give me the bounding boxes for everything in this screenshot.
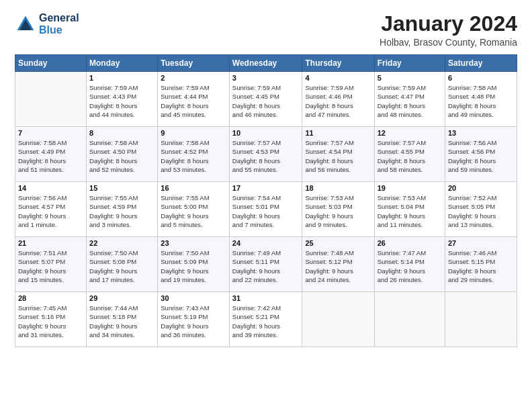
day-number: 23 — [161, 239, 226, 247]
day-number: 2 — [161, 74, 226, 82]
calendar-cell: 19Sunrise: 7:53 AM Sunset: 5:04 PM Dayli… — [374, 182, 445, 237]
logo-text: General Blue — [39, 12, 79, 36]
calendar-cell: 23Sunrise: 7:50 AM Sunset: 5:09 PM Dayli… — [158, 237, 230, 292]
logo: General Blue — [15, 12, 79, 36]
week-row-5: 28Sunrise: 7:45 AM Sunset: 5:16 PM Dayli… — [15, 292, 517, 347]
day-info: Sunrise: 7:58 AM Sunset: 4:48 PM Dayligh… — [448, 83, 514, 119]
calendar-cell: 18Sunrise: 7:53 AM Sunset: 5:03 PM Dayli… — [302, 182, 374, 237]
day-info: Sunrise: 7:56 AM Sunset: 4:56 PM Dayligh… — [448, 138, 514, 174]
day-number: 8 — [89, 129, 154, 137]
day-number: 5 — [378, 74, 442, 82]
day-number: 28 — [18, 294, 83, 302]
day-number: 15 — [89, 184, 154, 192]
day-number: 6 — [448, 74, 514, 82]
calendar-cell: 21Sunrise: 7:51 AM Sunset: 5:07 PM Dayli… — [15, 237, 87, 292]
page: General Blue January 2024 Holbav, Brasov… — [0, 0, 532, 411]
day-number: 19 — [378, 184, 442, 192]
day-info: Sunrise: 7:50 AM Sunset: 5:08 PM Dayligh… — [89, 248, 154, 284]
calendar-cell: 13Sunrise: 7:56 AM Sunset: 4:56 PM Dayli… — [445, 127, 517, 182]
day-number: 11 — [305, 129, 371, 137]
day-info: Sunrise: 7:43 AM Sunset: 5:19 PM Dayligh… — [161, 304, 226, 339]
weekday-header-monday: Monday — [87, 55, 158, 72]
day-number: 30 — [161, 294, 226, 302]
day-info: Sunrise: 7:58 AM Sunset: 4:49 PM Dayligh… — [18, 138, 83, 174]
calendar-cell: 20Sunrise: 7:52 AM Sunset: 5:05 PM Dayli… — [445, 182, 517, 237]
day-info: Sunrise: 7:52 AM Sunset: 5:05 PM Dayligh… — [448, 193, 514, 229]
location: Holbav, Brasov County, Romania — [380, 37, 517, 48]
calendar-cell: 11Sunrise: 7:57 AM Sunset: 4:54 PM Dayli… — [302, 127, 374, 182]
day-info: Sunrise: 7:59 AM Sunset: 4:43 PM Dayligh… — [89, 83, 154, 119]
title-area: January 2024 Holbav, Brasov County, Roma… — [380, 12, 517, 48]
day-number: 17 — [232, 184, 300, 192]
day-number: 21 — [18, 239, 83, 247]
day-info: Sunrise: 7:53 AM Sunset: 5:04 PM Dayligh… — [378, 193, 442, 229]
calendar-cell — [445, 292, 517, 347]
day-number: 26 — [378, 239, 442, 247]
day-number: 12 — [378, 129, 442, 137]
day-info: Sunrise: 7:45 AM Sunset: 5:16 PM Dayligh… — [18, 304, 83, 339]
day-info: Sunrise: 7:54 AM Sunset: 5:01 PM Dayligh… — [232, 193, 300, 229]
day-number: 18 — [305, 184, 371, 192]
calendar-cell — [374, 292, 445, 347]
day-number: 31 — [232, 294, 300, 302]
calendar-cell: 9Sunrise: 7:58 AM Sunset: 4:52 PM Daylig… — [158, 127, 230, 182]
day-info: Sunrise: 7:51 AM Sunset: 5:07 PM Dayligh… — [18, 248, 83, 284]
day-info: Sunrise: 7:59 AM Sunset: 4:46 PM Dayligh… — [305, 83, 371, 119]
weekday-header-friday: Friday — [374, 55, 445, 72]
day-info: Sunrise: 7:58 AM Sunset: 4:52 PM Dayligh… — [161, 138, 226, 174]
day-number: 29 — [89, 294, 154, 302]
day-info: Sunrise: 7:56 AM Sunset: 4:57 PM Dayligh… — [18, 193, 83, 229]
calendar-cell: 10Sunrise: 7:57 AM Sunset: 4:53 PM Dayli… — [229, 127, 302, 182]
day-info: Sunrise: 7:55 AM Sunset: 4:59 PM Dayligh… — [89, 193, 154, 229]
header: General Blue January 2024 Holbav, Brasov… — [15, 12, 517, 48]
week-row-2: 7Sunrise: 7:58 AM Sunset: 4:49 PM Daylig… — [15, 127, 517, 182]
weekday-header-row: SundayMondayTuesdayWednesdayThursdayFrid… — [15, 55, 517, 72]
day-info: Sunrise: 7:55 AM Sunset: 5:00 PM Dayligh… — [161, 193, 226, 229]
day-number: 27 — [448, 239, 514, 247]
day-info: Sunrise: 7:48 AM Sunset: 5:12 PM Dayligh… — [305, 248, 371, 284]
calendar-cell: 7Sunrise: 7:58 AM Sunset: 4:49 PM Daylig… — [15, 127, 87, 182]
calendar-cell: 28Sunrise: 7:45 AM Sunset: 5:16 PM Dayli… — [15, 292, 87, 347]
day-number: 22 — [89, 239, 154, 247]
calendar-cell — [15, 72, 87, 127]
day-number: 16 — [161, 184, 226, 192]
day-number: 24 — [232, 239, 300, 247]
day-number: 3 — [232, 74, 300, 82]
calendar-cell: 2Sunrise: 7:59 AM Sunset: 4:44 PM Daylig… — [158, 72, 230, 127]
day-info: Sunrise: 7:59 AM Sunset: 4:47 PM Dayligh… — [378, 83, 442, 119]
weekday-header-tuesday: Tuesday — [158, 55, 230, 72]
calendar-cell: 17Sunrise: 7:54 AM Sunset: 5:01 PM Dayli… — [229, 182, 302, 237]
weekday-header-saturday: Saturday — [445, 55, 517, 72]
calendar-cell: 6Sunrise: 7:58 AM Sunset: 4:48 PM Daylig… — [445, 72, 517, 127]
day-number: 1 — [89, 74, 154, 82]
calendar-cell: 12Sunrise: 7:57 AM Sunset: 4:55 PM Dayli… — [374, 127, 445, 182]
day-info: Sunrise: 7:59 AM Sunset: 4:44 PM Dayligh… — [161, 83, 226, 119]
day-info: Sunrise: 7:47 AM Sunset: 5:14 PM Dayligh… — [378, 248, 442, 284]
day-info: Sunrise: 7:44 AM Sunset: 5:18 PM Dayligh… — [89, 304, 154, 339]
calendar-cell: 22Sunrise: 7:50 AM Sunset: 5:08 PM Dayli… — [87, 237, 158, 292]
day-info: Sunrise: 7:59 AM Sunset: 4:45 PM Dayligh… — [232, 83, 300, 119]
week-row-4: 21Sunrise: 7:51 AM Sunset: 5:07 PM Dayli… — [15, 237, 517, 292]
calendar-cell: 16Sunrise: 7:55 AM Sunset: 5:00 PM Dayli… — [158, 182, 230, 237]
calendar-cell: 15Sunrise: 7:55 AM Sunset: 4:59 PM Dayli… — [87, 182, 158, 237]
day-number: 25 — [305, 239, 371, 247]
weekday-header-sunday: Sunday — [15, 55, 87, 72]
day-info: Sunrise: 7:49 AM Sunset: 5:11 PM Dayligh… — [232, 248, 300, 284]
weekday-header-wednesday: Wednesday — [229, 55, 302, 72]
calendar-cell: 4Sunrise: 7:59 AM Sunset: 4:46 PM Daylig… — [302, 72, 374, 127]
weekday-header-thursday: Thursday — [302, 55, 374, 72]
calendar-cell: 1Sunrise: 7:59 AM Sunset: 4:43 PM Daylig… — [87, 72, 158, 127]
day-info: Sunrise: 7:57 AM Sunset: 4:55 PM Dayligh… — [378, 138, 442, 174]
calendar-cell: 14Sunrise: 7:56 AM Sunset: 4:57 PM Dayli… — [15, 182, 87, 237]
day-number: 4 — [305, 74, 371, 82]
day-info: Sunrise: 7:46 AM Sunset: 5:15 PM Dayligh… — [448, 248, 514, 284]
week-row-1: 1Sunrise: 7:59 AM Sunset: 4:43 PM Daylig… — [15, 72, 517, 127]
calendar-cell: 8Sunrise: 7:58 AM Sunset: 4:50 PM Daylig… — [87, 127, 158, 182]
calendar-cell: 24Sunrise: 7:49 AM Sunset: 5:11 PM Dayli… — [229, 237, 302, 292]
calendar: SundayMondayTuesdayWednesdayThursdayFrid… — [15, 54, 517, 347]
calendar-cell: 27Sunrise: 7:46 AM Sunset: 5:15 PM Dayli… — [445, 237, 517, 292]
calendar-cell: 31Sunrise: 7:42 AM Sunset: 5:21 PM Dayli… — [229, 292, 302, 347]
day-info: Sunrise: 7:57 AM Sunset: 4:54 PM Dayligh… — [305, 138, 371, 174]
day-info: Sunrise: 7:53 AM Sunset: 5:03 PM Dayligh… — [305, 193, 371, 229]
calendar-cell: 3Sunrise: 7:59 AM Sunset: 4:45 PM Daylig… — [229, 72, 302, 127]
